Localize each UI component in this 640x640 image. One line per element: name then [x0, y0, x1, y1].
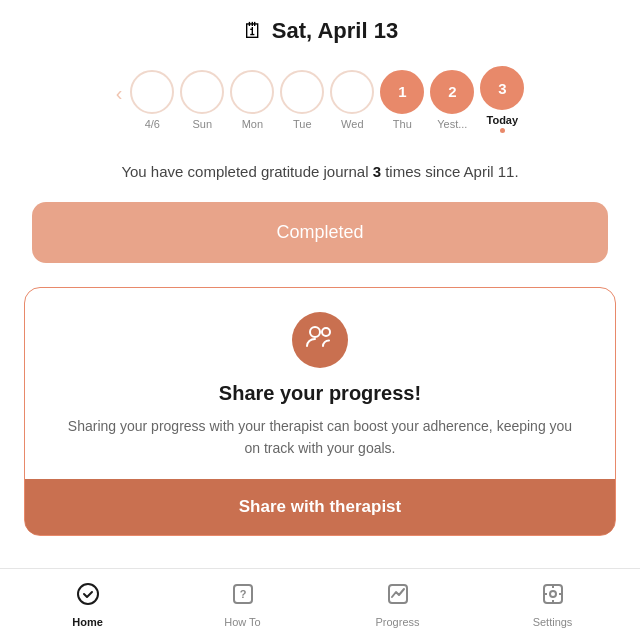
home-icon — [76, 582, 100, 612]
day-item-sun[interactable]: Sun — [180, 70, 224, 130]
howto-icon: ? — [231, 582, 255, 612]
nav-item-howto[interactable]: ? How To — [165, 582, 320, 628]
progress-icon — [386, 582, 410, 612]
svg-point-7 — [550, 591, 556, 597]
completion-message: You have completed gratitude journal 3 t… — [0, 139, 640, 202]
nav-item-progress[interactable]: Progress — [320, 582, 475, 628]
day-label-46: 4/6 — [145, 118, 160, 130]
day-circle-46 — [130, 70, 174, 114]
completion-text-post: times since April 11. — [381, 163, 519, 180]
nav-label-home: Home — [72, 616, 103, 628]
day-label-mon: Mon — [242, 118, 263, 130]
svg-point-0 — [310, 327, 320, 337]
today-dot — [500, 128, 505, 133]
day-label-tue: Tue — [293, 118, 312, 130]
day-item-wed[interactable]: Wed — [330, 70, 374, 130]
streak-row: ‹ 4/6 Sun Mon Tue Wed 1 Thu 2 Yest... 3 … — [0, 54, 640, 139]
share-card: Share your progress! Sharing your progre… — [24, 287, 616, 537]
completed-button[interactable]: Completed — [32, 202, 608, 263]
header: 🗓 Sat, April 13 — [0, 0, 640, 54]
day-label-wed: Wed — [341, 118, 363, 130]
day-circle-sun — [180, 70, 224, 114]
day-item-yesterday[interactable]: 2 Yest... — [430, 70, 474, 130]
day-circle-thu: 1 — [380, 70, 424, 114]
day-item-today[interactable]: 3 Today — [480, 66, 524, 133]
day-label-thu: Thu — [393, 118, 412, 130]
day-item-tue[interactable]: Tue — [280, 70, 324, 130]
day-circle-wed — [330, 70, 374, 114]
day-label-today: Today — [487, 114, 519, 126]
share-title: Share your progress! — [49, 382, 591, 405]
nav-item-settings[interactable]: Settings — [475, 582, 630, 628]
day-circle-tue — [280, 70, 324, 114]
day-item-46[interactable]: 4/6 — [130, 70, 174, 130]
svg-text:?: ? — [239, 588, 246, 600]
nav-label-howto: How To — [224, 616, 260, 628]
nav-label-settings: Settings — [533, 616, 573, 628]
share-people-icon — [305, 321, 335, 358]
svg-point-1 — [322, 328, 330, 336]
day-item-thu[interactable]: 1 Thu — [380, 70, 424, 130]
header-title: Sat, April 13 — [272, 18, 398, 44]
day-circle-yesterday: 2 — [430, 70, 474, 114]
share-icon-wrap — [292, 312, 348, 368]
day-circle-today: 3 — [480, 66, 524, 110]
settings-icon — [541, 582, 565, 612]
calendar-icon: 🗓 — [242, 18, 264, 44]
nav-item-home[interactable]: Home — [10, 582, 165, 628]
nav-label-progress: Progress — [375, 616, 419, 628]
day-circle-mon — [230, 70, 274, 114]
day-item-mon[interactable]: Mon — [230, 70, 274, 130]
svg-point-2 — [78, 584, 98, 604]
day-label-sun: Sun — [193, 118, 213, 130]
chevron-left-icon[interactable]: ‹ — [116, 82, 123, 105]
bottom-nav: Home ? How To Progress — [0, 568, 640, 640]
share-with-therapist-button[interactable]: Share with therapist — [25, 479, 615, 535]
day-label-yesterday: Yest... — [437, 118, 467, 130]
completion-text-pre: You have completed gratitude journal — [121, 163, 372, 180]
completion-count: 3 — [373, 163, 381, 180]
share-description: Sharing your progress with your therapis… — [49, 415, 591, 460]
